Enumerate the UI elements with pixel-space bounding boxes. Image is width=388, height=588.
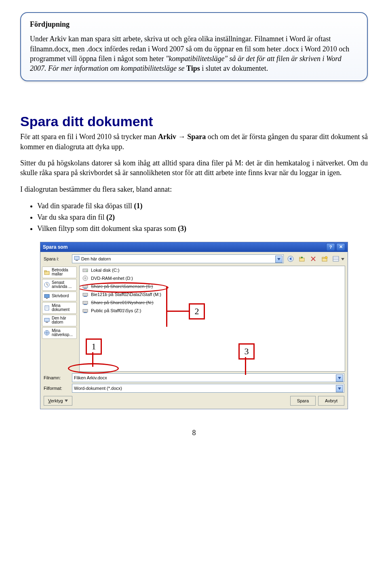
svg-rect-43	[84, 312, 87, 313]
svg-rect-41	[84, 304, 87, 305]
svg-rect-37	[84, 288, 87, 289]
infobox-title: Fördjupning	[30, 19, 358, 29]
filename-label: Filnamn:	[44, 375, 70, 380]
dialog-titlebar: Spara som ? ✕	[40, 242, 348, 252]
save-in-label: Spara i:	[44, 256, 70, 261]
chevron-down-icon[interactable]	[336, 374, 343, 382]
save-button[interactable]: Spara	[290, 396, 316, 406]
svg-marker-46	[65, 400, 68, 402]
file-list[interactable]: Lokal disk (C:) DVD-RAM-enhet (D:) Share…	[79, 266, 345, 372]
tools-button[interactable]: Verktyg	[44, 396, 72, 406]
dvd-icon	[82, 275, 89, 281]
new-folder-button[interactable]	[320, 254, 329, 263]
svg-rect-28	[46, 322, 48, 323]
close-button[interactable]: ✕	[336, 243, 345, 251]
documents-icon	[44, 305, 50, 311]
infobox-body: Under Arkiv kan man spara sitt arbete, s…	[30, 34, 358, 73]
svg-marker-16	[341, 258, 344, 260]
filename-value: Fliken Arkiv.docx	[74, 375, 107, 380]
bullet-item: Var du ska spara din fil (2)	[37, 212, 368, 223]
disk-icon	[82, 267, 89, 273]
drive-row-highlighted[interactable]: Bie121b på Staff02\Data2\Staff (M:)	[80, 290, 345, 298]
filetype-label: Filformat:	[44, 386, 70, 391]
svg-rect-13	[333, 256, 339, 261]
page-number: 8	[20, 429, 368, 437]
save-in-dropdown[interactable]: Den här datorn	[72, 254, 284, 263]
chevron-down-icon[interactable]	[336, 385, 343, 392]
dialog-title: Spara som	[43, 244, 67, 250]
delete-button[interactable]	[309, 254, 318, 263]
svg-rect-42	[83, 309, 88, 312]
paragraph-2: Sitter du på högskolans datorer så kom i…	[20, 158, 368, 178]
filename-input[interactable]: Fliken Arkiv.docx	[72, 373, 344, 382]
network-drive-icon	[82, 283, 89, 290]
views-button[interactable]	[331, 254, 340, 263]
place-trusted-templates[interactable]: Betrodda mallar	[42, 267, 77, 278]
svg-rect-36	[83, 285, 88, 288]
network-drive-icon	[82, 307, 89, 314]
drive-row[interactable]: Public på Staff01\Sys (Z:)	[80, 307, 345, 315]
computer-icon	[74, 256, 80, 262]
save-in-value: Den här datorn	[81, 256, 111, 261]
network-drive-icon	[82, 291, 89, 298]
chevron-down-icon[interactable]	[275, 256, 283, 263]
recent-icon	[44, 281, 50, 288]
svg-marker-45	[338, 387, 341, 390]
place-recent[interactable]: Senast använda ...	[42, 279, 77, 291]
drive-row[interactable]: DVD-RAM-enhet (D:)	[80, 274, 345, 282]
section-heading: Spara ditt dokument	[20, 114, 368, 129]
filetype-value: Word-dokument (*.docx)	[74, 386, 122, 391]
place-this-computer[interactable]: Den här datorn	[42, 315, 77, 326]
place-my-documents[interactable]: Mina dokument	[42, 302, 77, 314]
network-icon	[44, 330, 50, 336]
help-button[interactable]: ?	[326, 243, 335, 251]
svg-point-35	[85, 277, 86, 279]
svg-point-33	[86, 271, 87, 271]
svg-point-12	[325, 256, 327, 259]
svg-marker-44	[338, 377, 341, 379]
svg-marker-2	[277, 258, 280, 260]
cancel-button[interactable]: Avbryt	[318, 396, 344, 406]
save-as-dialog: Spara som ? ✕ Spara i: Den här datorn	[40, 242, 348, 409]
svg-rect-0	[74, 256, 79, 260]
network-drive-icon	[82, 299, 89, 306]
places-bar: Betrodda mallar Senast använda ... Skriv…	[40, 266, 78, 372]
chevron-down-icon	[341, 256, 344, 261]
computer-icon	[44, 317, 50, 324]
svg-rect-1	[76, 260, 78, 261]
paragraph-1: För att spara en fil i Word 2010 så tryc…	[20, 132, 368, 152]
svg-rect-27	[44, 318, 49, 321]
save-in-row: Spara i: Den här datorn	[40, 252, 348, 266]
svg-rect-23	[46, 298, 48, 299]
infobox: Fördjupning Under Arkiv kan man spara si…	[20, 12, 368, 81]
svg-rect-22	[44, 294, 49, 298]
desktop-icon	[44, 293, 50, 300]
drive-row[interactable]: Share på Share\Samensen (S:)	[80, 282, 345, 290]
svg-rect-11	[322, 257, 324, 258]
svg-rect-40	[83, 301, 88, 304]
up-one-level-button[interactable]	[297, 254, 306, 263]
filetype-dropdown[interactable]: Word-dokument (*.docx)	[72, 384, 344, 393]
place-desktop[interactable]: Skrivbord	[42, 292, 77, 301]
place-network[interactable]: Mina nätverksp...	[42, 327, 77, 339]
drive-row[interactable]: Share på Share01\Nyshare (N:)	[80, 298, 345, 307]
drive-row[interactable]: Lokal disk (C:)	[80, 266, 345, 274]
bullet-item: Vad din sparade fil ska döpas till (1)	[37, 201, 368, 212]
folder-icon	[44, 269, 50, 275]
paragraph-3: I dialogrutan bestämmer du flera saker, …	[20, 184, 368, 194]
bullets-list: Vad din sparade fil ska döpas till (1) V…	[32, 201, 368, 235]
back-button[interactable]	[286, 254, 295, 263]
svg-rect-18	[44, 271, 46, 272]
svg-rect-39	[84, 296, 87, 297]
bullet-item: Vilken filtyp som ditt dokument ska spar…	[37, 223, 368, 235]
svg-rect-38	[83, 293, 88, 296]
